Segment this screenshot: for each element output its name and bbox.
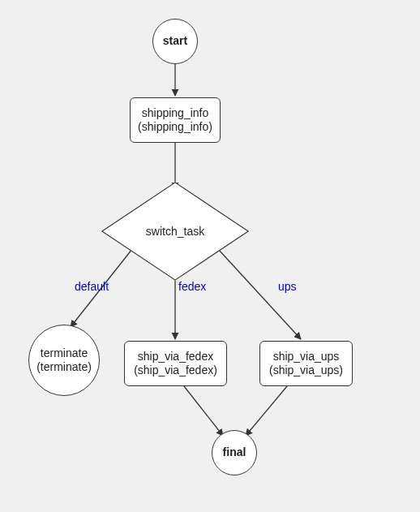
node-final-label: final [223, 445, 246, 460]
edge-ups-to-final [246, 386, 287, 436]
flowchart-canvas: start shipping_info (shipping_info) swit… [0, 0, 420, 512]
node-ship-via-fedex-line2: (ship_via_fedex) [134, 364, 217, 378]
edge-label-fedex: fedex [178, 280, 206, 293]
node-switch-task-label: switch_task [146, 225, 204, 238]
edge-label-default: default [75, 280, 109, 293]
node-shipping-info-line2: (shipping_info) [138, 120, 212, 135]
node-start-label: start [163, 34, 187, 49]
node-ship-via-fedex-line1: ship_via_fedex [134, 350, 217, 364]
node-final: final [212, 430, 257, 475]
node-shipping-info-line1: shipping_info [138, 106, 212, 121]
node-start: start [152, 19, 198, 64]
node-ship-via-ups-line2: (ship_via_ups) [269, 364, 343, 378]
node-ship-via-fedex: ship_via_fedex (ship_via_fedex) [124, 341, 227, 386]
node-switch-task: switch_task [114, 191, 236, 272]
node-ship-via-ups: ship_via_ups (ship_via_ups) [259, 341, 353, 386]
edge-fedex-to-final [184, 386, 223, 436]
node-ship-via-ups-line1: ship_via_ups [269, 350, 343, 364]
node-shipping-info: shipping_info (shipping_info) [130, 97, 221, 143]
node-terminate-line1: terminate [36, 346, 92, 361]
node-terminate: terminate (terminate) [28, 325, 100, 396]
node-terminate-line2: (terminate) [36, 360, 92, 375]
edge-label-ups: ups [278, 280, 297, 293]
